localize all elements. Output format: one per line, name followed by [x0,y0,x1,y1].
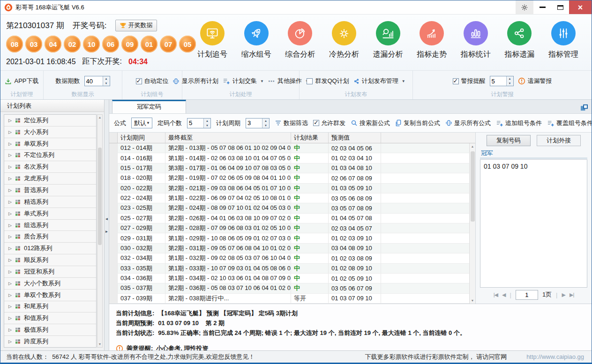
expand-triangle-icon[interactable]: ▷ [8,153,12,157]
expand-triangle-icon[interactable]: ▷ [8,130,12,134]
app-download-button[interactable]: APP下载 [5,77,38,85]
sidebar-tree-item[interactable]: ▷ 龙虎系列 [4,173,96,185]
col-final-until[interactable]: 最终截至 [165,133,291,143]
spinner-arrows[interactable]: ▲▼ [203,119,210,128]
table-row[interactable]: 034 - 036期 第1期 - 034期 - 02 10 03 06 01 0… [109,274,469,283]
nav-comprehensive-analysis[interactable]: 综合分析 [278,17,322,70]
expand-triangle-icon[interactable]: ▷ [8,164,12,169]
formula-select[interactable]: 默认 ▼ [131,118,152,128]
table-row[interactable]: 035 - 037期 第2期 - 036期 - 05 08 03 07 10 0… [109,283,469,293]
scroll-down-icon[interactable]: ▼ [471,297,474,304]
sidebar-tree-item[interactable]: ▷ 单式系列 [4,208,96,220]
col-predict-value[interactable]: 预测值 [329,133,381,143]
data-periods-stepper[interactable]: ▲▼ [84,76,110,86]
sidebar-tree-item[interactable]: ▷ 名次系列 [4,161,96,173]
expand-triangle-icon[interactable]: ▷ [8,281,12,286]
expand-triangle-icon[interactable]: ▷ [8,339,12,344]
row-selector-cell[interactable] [109,294,118,303]
table-row[interactable]: 015 - 017期 第3期 - 017期 - 01 06 04 09 10 0… [109,163,469,173]
expand-triangle-icon[interactable]: ▷ [8,246,12,251]
table-row[interactable]: 018 - 020期 第2期 - 019期 - 07 02 06 05 09 0… [109,173,469,183]
data-periods-input[interactable] [85,76,103,86]
last-page-icon[interactable]: ▶| [570,292,574,298]
alert-remind-checkbox[interactable]: 警报提醒 [453,77,486,85]
row-selector-cell[interactable] [109,233,118,243]
maximize-panel-icon[interactable] [580,104,588,111]
draw-data-button[interactable]: 开奖数据 [115,20,157,31]
table-row[interactable]: 020 - 022期 第2期 - 021期 - 09 03 08 06 04 0… [109,184,469,193]
sidebar-tree-item[interactable]: ▷ 012路系列 [4,243,96,254]
table-row[interactable]: 012 - 014期 第2期 - 013期 - 05 07 08 06 01 1… [109,143,469,153]
sidebar-tree-item[interactable]: ▷ 普选系列 [4,185,96,196]
row-selector-cell[interactable] [109,214,118,223]
code-count-input[interactable] [187,119,203,128]
row-selector-cell[interactable] [109,203,118,213]
scrollbar-thumb[interactable] [98,148,102,245]
table-row[interactable]: 029 - 031期 第1期 - 029期 - 10 08 06 05 09 0… [109,233,469,243]
nav-indicator-miss[interactable]: 指标遗漏 [498,17,541,70]
expand-right-icon[interactable]: ► [105,230,109,234]
show-all-plans-button[interactable]: 显示所有计划 [172,77,218,85]
sidebar-tree-item[interactable]: ▷ 质合系列 [4,231,96,243]
sidebar-tree-item[interactable]: ▷ 单双个数系列 [4,290,96,301]
col-plan-result[interactable]: 计划结果 [291,133,329,143]
official-site-link[interactable]: http://www.caipiao.gg [526,353,584,360]
scroll-up-icon[interactable]: ▲ [471,143,474,149]
collapse-left-icon[interactable]: ◄ [105,217,109,221]
alert-threshold-stepper[interactable]: ▲▼ [490,76,514,86]
expand-triangle-icon[interactable]: ▷ [8,176,12,181]
expand-triangle-icon[interactable]: ▷ [8,293,12,297]
maximize-button[interactable] [551,0,569,14]
row-selector-cell[interactable] [109,163,118,173]
sidebar-tree-item[interactable]: ▷ 极值系列 [4,324,96,336]
expand-triangle-icon[interactable]: ▷ [8,304,12,309]
expand-triangle-icon[interactable]: ▷ [8,327,12,332]
row-selector-cell[interactable] [109,184,118,193]
publish-manage-dropdown[interactable]: 计划发布管理 ▼ [353,77,405,85]
spinner-arrows[interactable]: ▲▼ [262,119,269,128]
plan-cycle-stepper[interactable]: ▲▼ [246,118,270,128]
nav-indicator-stats[interactable]: 指标统计 [454,17,497,70]
sidebar-tree-item[interactable]: ▷ 顺反系列 [4,254,96,266]
row-selector-cell[interactable] [109,143,118,153]
row-selector-cell[interactable] [109,173,118,183]
checkbox-checked-icon[interactable] [453,78,459,84]
nav-plan-chase[interactable]: 计划追号 [191,17,234,70]
append-group-condition-button[interactable]: 追加组号条件 [496,119,542,127]
spinner-arrows[interactable]: ▲▼ [103,76,110,86]
row-selector-cell[interactable] [109,283,118,293]
scroll-up-icon[interactable]: ▲ [98,115,102,120]
row-selector-cell[interactable] [109,153,118,163]
row-selector-cell[interactable] [109,193,118,203]
table-row[interactable]: 037 - 039期 第2期 - 038期进行中... 等开 01 03 07 … [109,294,469,304]
nav-hot-cold-analysis[interactable]: 冷热分析 [322,17,366,70]
sidebar-scrollbar[interactable]: ▲ ▼ [97,114,103,348]
table-row[interactable]: 033 - 035期 第1期 - 033期 - 10 07 09 03 01 0… [109,264,469,274]
search-formula-button[interactable]: 搜索新公式 [351,119,390,127]
expand-triangle-icon[interactable]: ▷ [8,223,12,228]
expand-triangle-icon[interactable]: ▷ [8,118,12,123]
nav-indicator-trend[interactable]: 指标走势 [410,17,453,70]
sidebar-splitter[interactable]: ◄ ► [105,100,109,350]
expand-triangle-icon[interactable]: ▷ [8,211,12,216]
expand-triangle-icon[interactable]: ▷ [8,269,12,274]
tab-champion-fixed-code[interactable]: 冠军定码 [112,100,186,113]
plan-external-button[interactable]: 计划外接 [537,135,581,146]
sidebar-tree-item[interactable]: ▷ 和值系列 [4,312,96,324]
expand-triangle-icon[interactable]: ▷ [8,188,12,193]
checkbox-checked-icon[interactable] [136,78,142,84]
copy-numbers-button[interactable]: 复制号码 [487,135,531,146]
table-row[interactable]: 014 - 016期 第1期 - 014期 - 02 06 03 08 10 0… [109,153,469,163]
sidebar-tree-item[interactable]: ▷ 组选系列 [4,220,96,231]
data-filter-button[interactable]: 数据筛选 [275,119,308,127]
next-page-icon[interactable]: ▶ [562,292,565,298]
show-all-formula-button[interactable]: 显示所有公式 [445,119,491,127]
table-row[interactable]: 023 - 025期 第2期 - 024期 - 08 09 07 10 01 0… [109,203,469,213]
page-number-input[interactable] [516,290,538,300]
close-button[interactable]: × [569,0,592,14]
expand-triangle-icon[interactable]: ▷ [8,234,12,239]
auto-position-checkbox[interactable]: 自动定位 [136,77,169,85]
spinner-arrows[interactable]: ▲▼ [506,76,513,86]
checkbox-checked-icon[interactable] [313,120,319,126]
row-selector-cell[interactable] [109,223,118,233]
